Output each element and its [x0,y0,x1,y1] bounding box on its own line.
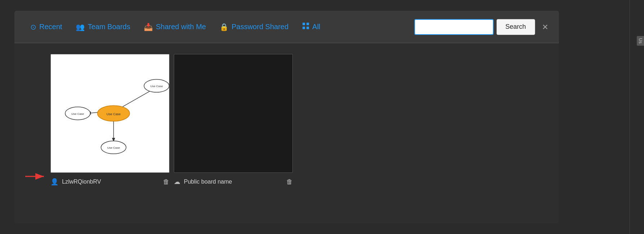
nav-label-password-shared: Password Shared [231,23,288,31]
download-icon: 📥 [144,23,153,31]
board-thumbnail-2[interactable] [174,54,293,173]
lock-icon: 🔒 [220,23,229,31]
clock-icon: ⊙ [30,23,36,31]
svg-rect-1 [306,23,309,25]
delete-board-1-button[interactable]: 🗑 [163,178,169,186]
nav-label-all: All [312,23,320,31]
svg-rect-0 [303,23,305,25]
svg-rect-3 [306,27,309,29]
svg-rect-2 [303,27,305,29]
nav-label-recent: Recent [39,23,62,31]
side-panel-label: Us [637,36,644,46]
svg-text:Use Case: Use Case [106,112,120,116]
svg-text:Use Case: Use Case [150,85,163,88]
board-thumbnail-1[interactable]: Use Case Use Case Use Case Use Case [50,54,169,173]
delete-board-2-button[interactable]: 🗑 [286,178,293,186]
close-icon: × [542,21,548,32]
main-panel: ⊙ Recent 👥 Team Boards 📥 Shared with Me … [14,11,559,223]
grid-icon [302,22,309,31]
board-label-1: 👤 LzlwRQionbRV 🗑 [50,178,169,186]
selection-arrow [25,172,47,181]
search-button-label: Search [506,23,526,30]
nav-item-recent[interactable]: ⊙ Recent [25,20,67,34]
board-card-1: Use Case Use Case Use Case Use Case 👤 [50,54,169,186]
board-name-1: LzlwRQionbRV [62,179,101,185]
boards-row: Use Case Use Case Use Case Use Case 👤 [50,54,548,186]
cloud-icon: ☁ [174,178,180,186]
search-area: Search × [414,19,548,35]
search-button[interactable]: Search [497,19,535,35]
content-area: Use Case Use Case Use Case Use Case 👤 [14,43,559,223]
board-card-2: ☁ Public board name 🗑 [174,54,293,186]
nav-item-shared-with-me[interactable]: 📥 Shared with Me [139,20,211,34]
nav-bar: ⊙ Recent 👥 Team Boards 📥 Shared with Me … [14,11,559,43]
close-button[interactable]: × [542,22,548,32]
board-label-2: ☁ Public board name 🗑 [174,178,293,186]
nav-label-team-boards: Team Boards [88,23,130,31]
svg-text:Use Case: Use Case [107,146,120,149]
nav-item-team-boards[interactable]: 👥 Team Boards [71,20,135,34]
user-icon: 👤 [50,178,58,186]
nav-label-shared-with-me: Shared with Me [156,23,206,31]
search-input[interactable] [414,19,494,35]
nav-item-password-shared[interactable]: 🔒 Password Shared [215,20,294,34]
team-icon: 👥 [76,23,85,31]
board-name-2: Public board name [184,179,232,185]
svg-text:Use Case: Use Case [71,112,84,116]
nav-item-all[interactable]: All [297,19,325,34]
